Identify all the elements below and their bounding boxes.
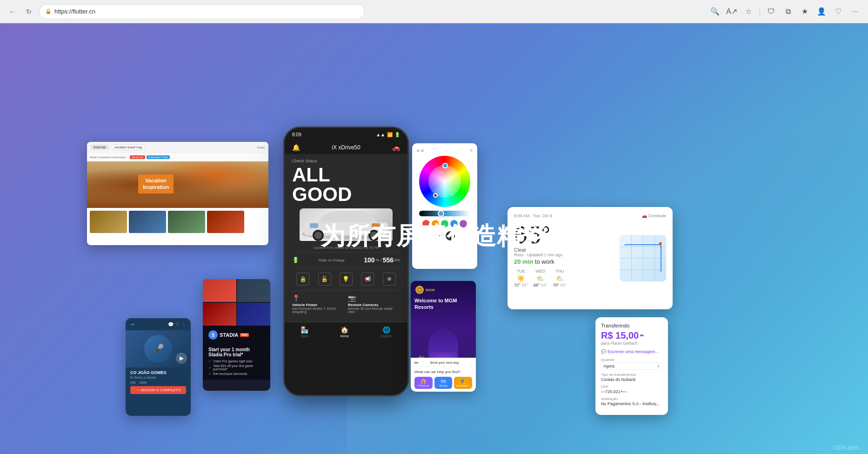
heart-icon[interactable]: ♡ [175, 322, 180, 327]
play-button[interactable]: ▶ [176, 353, 187, 364]
bmw-status-bar: 8:09 ▲▲ 📶 🔋 [285, 128, 407, 141]
profile-button[interactable]: 👤 [814, 4, 829, 19]
check-icon-2: ✓ [208, 366, 212, 370]
favorites-button[interactable]: ☆ [741, 4, 756, 19]
remote-cameras[interactable]: 📷 Remote Cameras Remote 3D and Remote In… [348, 294, 400, 314]
sh-commute: 🚗 Commute [642, 214, 666, 218]
chat-icon[interactable]: 💬 [168, 322, 174, 327]
commute-label: Commute [648, 214, 666, 218]
wheel-thumb-2[interactable] [433, 193, 438, 198]
home-icon: 🏠 [341, 326, 348, 334]
msg-icon: 💬 [601, 349, 606, 354]
check-text-2: Take $10 off your first game purchase* [213, 364, 265, 371]
finder-title: Vehicle Finder [292, 303, 344, 307]
edit-icon[interactable]: ✏ [640, 333, 644, 338]
color-picker-header: × [417, 148, 473, 153]
tab-flutter[interactable]: flutterlab [91, 145, 109, 150]
inst-label: Instituição [601, 397, 662, 401]
unlock-icon-btn[interactable]: 🔓 [318, 273, 331, 286]
player-stats: 5/M 606K [130, 381, 186, 384]
cpf-field: CPF —725.021+— [601, 385, 662, 394]
split-button[interactable]: ⧉ [781, 4, 795, 19]
mgm-icons-row: 🏨 Check-In 🍽 Dining 🎭 Entertain... [414, 377, 472, 389]
msg-text[interactable]: Escrever uma mensagem... [608, 349, 659, 354]
browser-toolbar: 🔍 A↗ ☆ 🛡 ⧉ ★ 👤 ♡ ··· [708, 4, 862, 19]
dining-label: Dining [440, 384, 447, 387]
entertainment-btn[interactable]: 🎭 Entertain... [454, 377, 472, 389]
follow-button[interactable]: → SEGUIR O COMPLETO [130, 386, 186, 394]
mgm-bottom: 🛏 Book your next stay › What can we help… [411, 358, 476, 392]
stadia-logo-area: S STADIA PRO [203, 326, 270, 344]
close-icon[interactable]: × [470, 148, 473, 153]
store-icon: 🏪 [300, 326, 308, 334]
cpf-row: —725.021+— [601, 389, 662, 394]
wheel-thumb-1[interactable] [442, 163, 448, 168]
travel-time-suffix: to work [535, 258, 554, 265]
brightness-slider[interactable] [419, 211, 470, 216]
vehicle-finder[interactable]: 📍 Vehicle Finder Karl-Dompert-Straße 7, … [292, 294, 344, 314]
search-button[interactable]: 🔍 [708, 4, 722, 19]
heart-button[interactable]: ♡ [831, 4, 846, 19]
explore-icon: 🌐 [382, 326, 390, 334]
guest-button[interactable]: Guest [257, 146, 265, 149]
stadia-pro-badge: PRO [240, 333, 249, 337]
stadia-check-3: ✓ Get exclusive discounts [208, 372, 265, 376]
sh-date-col: 8:00 AM · Tue, Oct 9 [514, 214, 552, 218]
thumb-2 [129, 211, 166, 233]
more-dots-icon[interactable]: ⋮ [181, 322, 186, 327]
player-top-icons: 💬 ♡ ⋮ [168, 322, 186, 327]
stat-2: 606K [140, 381, 147, 384]
brightness-thumb[interactable] [438, 210, 444, 217]
inspo-btn[interactable]: Inspiration Trips [147, 155, 170, 159]
cpf-value: —725.021+— [601, 389, 627, 394]
car-icon[interactable]: 🚗 [392, 144, 400, 151]
signal-icon: ▲▲ [376, 132, 385, 137]
quando-label: Quando [601, 358, 662, 362]
tue-label: TUE [517, 269, 525, 274]
checkin-btn[interactable]: 🏨 Check-In [414, 377, 433, 389]
wed-label: WED [535, 269, 545, 274]
tab-vacation[interactable]: vacation travel insp [112, 145, 145, 150]
shield-button[interactable]: 🛡 [764, 4, 779, 19]
more-button[interactable]: ··· [848, 4, 862, 19]
bell-icon[interactable]: 🔔 [292, 144, 300, 151]
bmw-tab-store[interactable]: 🏪 Store [300, 326, 308, 338]
quando-value[interactable]: Agora ▼ [601, 362, 662, 370]
dropdown-icon: ▼ [657, 365, 660, 368]
address-bar[interactable]: 🔒 https://flutter.cn [39, 4, 365, 19]
lights-icon-btn[interactable]: 💡 [340, 273, 353, 286]
read-aloud-button[interactable]: A↗ [724, 4, 739, 19]
travel-thumbnails [87, 208, 268, 236]
back-icon[interactable]: ← [130, 321, 136, 327]
color-wheel[interactable] [419, 156, 470, 207]
footer-credit: CSDN @jret... [833, 445, 863, 450]
sh-ross: Ross · Updated 1 min ago [514, 253, 567, 257]
browser-chrome: ← ↻ 🔒 https://flutter.cn 🔍 A↗ ☆ 🛡 ⧉ ★ 👤 … [0, 0, 868, 23]
refresh-button[interactable]: ↻ [22, 5, 35, 18]
thu-icon: ⛅ [556, 274, 564, 282]
horn-icon-btn[interactable]: 📢 [361, 273, 374, 286]
player-thumbnail: 🎤 ▶ [126, 330, 191, 367]
transfer-card-mockup: Transferindo R$ 15,00 ✏ para Flavio Gerl… [595, 317, 668, 415]
collections-button[interactable]: ★ [797, 4, 812, 19]
cameras-sub: Remote 3D and Remote Inside View [348, 307, 400, 314]
dining-btn[interactable]: 🍽 Dining [434, 377, 453, 389]
bmw-icon-row: 🔒 🔓 💡 📢 ❄ [292, 267, 400, 290]
charge-row: 🔋 State of Charge 100 % / 556 km [292, 252, 400, 267]
game-2 [237, 279, 271, 302]
lock-icon-btn[interactable]: 🔒 [296, 273, 309, 286]
mgm-book-row[interactable]: 🛏 Book your next stay › [414, 361, 472, 367]
mgm-lion-icon: 🦁 [415, 286, 424, 294]
player-content: CO JOÃO GOMES Ei Tenho a Senha 5/M 606K … [126, 367, 191, 397]
stadia-check-2: ✓ Take $10 off your first game purchase* [208, 364, 265, 371]
back-button[interactable]: ← [6, 5, 19, 18]
climate-icon-btn[interactable]: ❄ [383, 273, 396, 286]
mgm-logo: 🦁 MGM [415, 286, 435, 294]
about-btn[interactable]: About Itiv [130, 155, 145, 159]
travel-app-mockup: flutterlab vacation travel insp Guest fl… [87, 142, 268, 245]
arrow-right-icon: › [471, 361, 472, 365]
bmw-tab-home[interactable]: 🏠 Home [340, 326, 349, 338]
check-text-1: Claim Pro games right now [213, 360, 252, 363]
bmw-tab-explore[interactable]: 🌐 Explore [381, 326, 392, 338]
all-good-text: ALL GOOD [292, 165, 400, 204]
